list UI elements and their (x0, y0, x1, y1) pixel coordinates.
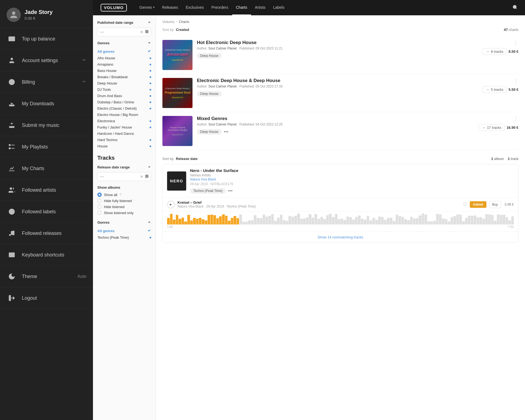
waveform-bar[interactable] (459, 215, 462, 224)
waveform-bar[interactable] (231, 218, 234, 224)
calendar-icon[interactable] (145, 174, 149, 179)
waveform-bar[interactable] (497, 214, 500, 224)
waveform-bar[interactable] (208, 215, 210, 224)
waveform-bar[interactable] (242, 222, 245, 224)
tag[interactable]: Deep House (197, 53, 222, 59)
genre-electro-classic[interactable]: Electro (Classic / Detroit) (97, 105, 151, 112)
waveform-bar[interactable] (294, 216, 297, 224)
genre-afro-house[interactable]: Afro House (97, 55, 151, 61)
waveform-bar[interactable] (413, 218, 416, 224)
waveform-bar[interactable] (456, 214, 459, 224)
breadcrumb-parent[interactable]: Volumo (162, 20, 174, 24)
nav-labels[interactable]: Labels (269, 0, 288, 15)
nav-exclusives[interactable]: Exclusives (182, 0, 208, 15)
waveform-bar[interactable] (341, 219, 343, 224)
logo[interactable]: VOLUMO (101, 4, 127, 11)
genre-all[interactable]: All genres (97, 48, 151, 55)
genre-bass-house[interactable]: Bass House (97, 68, 151, 74)
waveform-bar[interactable] (494, 221, 497, 224)
genre-electro-house[interactable]: Electro House / Big Room (97, 112, 151, 118)
waveform-bar[interactable] (393, 221, 395, 224)
radio-show-listened[interactable]: Show listened only (97, 210, 151, 216)
collapse-icon[interactable] (147, 165, 151, 170)
sidebar-item-theme[interactable]: Theme Auto (0, 266, 93, 287)
waveform-bar[interactable] (254, 215, 256, 224)
waveform-bar[interactable] (314, 214, 317, 224)
waveform-bar[interactable] (343, 220, 346, 224)
waveform-bar[interactable] (361, 219, 364, 224)
waveform-bar[interactable] (291, 217, 294, 224)
waveform-bar[interactable] (225, 216, 228, 224)
waveform-bar[interactable] (326, 215, 329, 224)
waveform-bar[interactable] (205, 220, 208, 224)
track-genre-all[interactable]: All genres (97, 228, 151, 234)
buy-button[interactable]: Buy (489, 201, 501, 208)
nav-genres[interactable]: Genres ▾ (136, 0, 158, 15)
waveform-bar[interactable] (485, 214, 488, 224)
waveform-bar[interactable] (196, 219, 199, 224)
waveform-bar[interactable] (266, 217, 268, 224)
waveform-bar[interactable] (358, 215, 361, 225)
chart-tracks-button[interactable]: → 8 tracks (483, 48, 506, 55)
waveform-bar[interactable] (422, 214, 424, 224)
sidebar-item-submit[interactable]: Submit my music (0, 115, 93, 136)
track-genre-techno[interactable]: Techno (Peak Time) (97, 234, 151, 241)
waveform-bar[interactable] (410, 217, 413, 224)
genre-dubstep[interactable]: Dubstep / Bass / Grime (97, 99, 151, 105)
more-options-button[interactable]: ⋮ (513, 78, 518, 83)
sidebar-item-playlists[interactable]: My Playlists (0, 136, 93, 158)
waveform-bar[interactable] (251, 220, 254, 224)
waveform-bar[interactable] (430, 221, 433, 224)
chart-tracks-button[interactable]: → 17 tracks (479, 124, 504, 131)
waveform-bar[interactable] (173, 220, 176, 224)
waveform-bar[interactable] (474, 215, 476, 224)
album-cover[interactable]: NERO (167, 171, 186, 191)
sort-value[interactable]: Release date (176, 157, 198, 161)
waveform-bar[interactable] (465, 218, 468, 224)
release-date-input[interactable]: — ✕ (97, 172, 151, 181)
chart-thumbnail[interactable]: Chronic Poverty (SoulCalmic Mingle) Seve… (162, 116, 192, 146)
waveform-bar[interactable] (167, 218, 170, 224)
sidebar-item-followed-labels[interactable]: Followed labels (0, 201, 93, 223)
date-clear-button[interactable]: ✕ (140, 30, 143, 34)
waveform-bar[interactable] (216, 218, 219, 224)
waveform-bar[interactable] (378, 217, 381, 224)
calendar-icon[interactable] (145, 30, 149, 34)
sidebar-item-account[interactable]: Account settings (0, 50, 93, 71)
waveform-bar[interactable] (381, 217, 384, 224)
radio-show-all[interactable]: Show all ? (97, 192, 151, 198)
waveform-bar[interactable] (317, 219, 320, 224)
waveform-bar[interactable] (323, 219, 326, 224)
waveform-bar[interactable] (239, 214, 242, 224)
genre-amapiano[interactable]: Amapiano (97, 61, 151, 68)
waveform-bar[interactable] (367, 216, 369, 224)
waveform-bar[interactable] (190, 220, 193, 224)
genre-funky[interactable]: Funky / Jackin' House (97, 124, 151, 130)
waveform-bar[interactable] (384, 220, 387, 224)
genre-house[interactable]: House (97, 143, 151, 149)
waveform-bar[interactable] (419, 215, 421, 224)
waveform-bar[interactable] (477, 217, 479, 224)
waveform-bar[interactable] (300, 219, 303, 224)
waveform-bar[interactable] (335, 214, 338, 224)
waveform-bar[interactable] (433, 221, 436, 224)
waveform-bar[interactable] (257, 218, 259, 224)
sort-value[interactable]: Created (176, 28, 189, 32)
waveform-bar[interactable] (338, 219, 340, 224)
sidebar-item-followed-releases[interactable]: Followed releases (0, 223, 93, 244)
sidebar-item-followed-artists[interactable]: Followed artists (0, 179, 93, 201)
waveform-bar[interactable] (234, 216, 236, 224)
radio-hide-listened[interactable]: Hide listened (97, 204, 151, 210)
genre-hardcore[interactable]: Hardcore / Hard Dance (97, 130, 151, 137)
waveform-bar[interactable] (364, 220, 366, 224)
genre-dj-tools[interactable]: DJ Tools (97, 86, 151, 93)
help-icon[interactable]: ? (119, 192, 122, 197)
waveform-bar[interactable] (170, 214, 173, 224)
waveform-bar[interactable] (283, 220, 285, 224)
more-tags-button[interactable]: ••• (228, 188, 233, 193)
waveform-bar[interactable] (202, 219, 205, 224)
waveform-bar[interactable] (369, 220, 372, 224)
waveform-bar[interactable] (271, 214, 274, 224)
sidebar-item-downloads[interactable]: My Downloads (0, 93, 93, 115)
show-nonmatching-button[interactable]: Show 14 nonmatching tracks (163, 232, 518, 243)
